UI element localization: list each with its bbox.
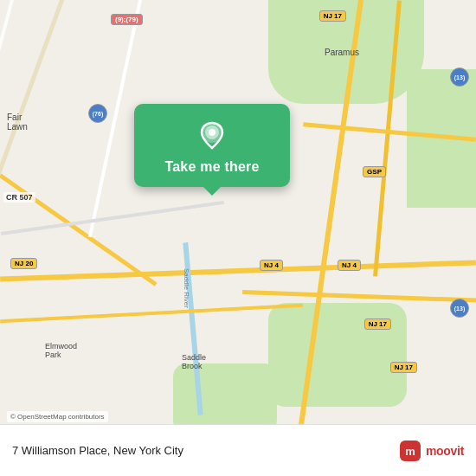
badge-nj17-top: NJ 17 <box>319 10 346 22</box>
label-saddle-river: Saddle River <box>183 268 190 308</box>
label-paramus: Paramus <box>325 48 359 57</box>
label-elmwood-park: ElmwoodPark <box>45 342 77 359</box>
take-me-there-button[interactable]: Take me there <box>164 159 259 175</box>
moovit-logo: m moovit <box>398 439 464 463</box>
badge-13-top: (13) <box>450 68 469 87</box>
label-saddle-brook: SaddleBrook <box>182 353 206 370</box>
badge-13-bottom: (13) <box>450 299 469 318</box>
label-fair-lawn: FairLawn <box>7 113 28 132</box>
badge-9-79: (9);(79) <box>111 14 143 25</box>
svg-point-2 <box>209 129 215 136</box>
badge-nj17-mid: NJ 17 <box>364 318 391 330</box>
popup-card[interactable]: Take me there <box>134 104 290 187</box>
badge-nj4-east: NJ 4 <box>338 260 361 271</box>
badge-nj4-center: NJ 4 <box>260 260 283 271</box>
label-cr507: CR 507 <box>3 192 35 203</box>
address-label: 7 Williamson Place, New York City <box>12 444 183 457</box>
badge-nj20: NJ 20 <box>10 258 37 269</box>
map-attribution: © OpenStreetMap contributors <box>7 411 108 422</box>
map-container: FairLawn Paramus ElmwoodPark SaddleBrook… <box>0 0 476 476</box>
moovit-icon: m <box>398 439 422 463</box>
park-center-bottom <box>173 363 277 433</box>
svg-text:m: m <box>405 445 415 458</box>
badge-nj17-bottom: NJ 17 <box>390 362 417 373</box>
moovit-text-label: moovit <box>426 444 464 458</box>
bottom-bar: 7 Williamson Place, New York City m moov… <box>0 424 476 476</box>
location-pin-icon <box>196 119 228 151</box>
badge-76: (76) <box>88 104 107 123</box>
badge-gsp: GSP <box>363 166 386 177</box>
